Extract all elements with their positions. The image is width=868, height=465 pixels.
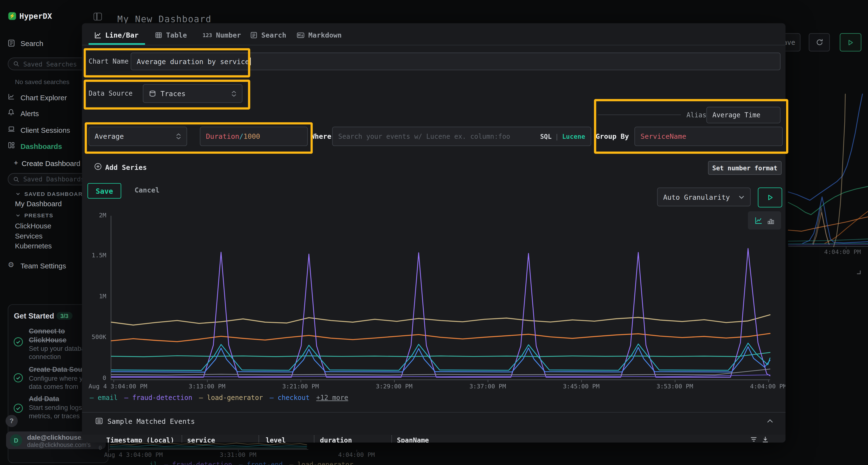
section-label: PRESETS (24, 212, 53, 219)
sidebar-item-kubernetes[interactable]: Kubernetes (15, 242, 52, 250)
sidebar-item-search[interactable]: Search (8, 39, 80, 48)
group-by-label: Group By (595, 127, 629, 146)
sample-events-title: Sample Matched Events (107, 417, 195, 425)
legend-item-fraud-detection[interactable]: — fraud-detection (124, 394, 192, 402)
aggregation-select[interactable]: Average (89, 127, 187, 146)
circle-plus-icon (94, 163, 102, 170)
expr-op: / (239, 132, 243, 140)
section-presets[interactable]: PRESETS (16, 212, 87, 219)
tab-number[interactable]: 123 Number (203, 31, 241, 39)
tab-markdown[interactable]: Markdown (297, 31, 342, 39)
create-dashboard-label: Create Dashboard (22, 159, 81, 167)
chart-name-label: Chart Name (89, 53, 128, 70)
resize-handle-icon[interactable] (857, 270, 861, 274)
underlying-right-tile-chart (788, 89, 868, 247)
events-table-header: Timestamp (Local) service level duration… (82, 435, 785, 442)
sidebar-item-client-sessions[interactable]: Client Sessions (8, 125, 80, 134)
legend-more-link[interactable]: +12 more (316, 394, 348, 402)
column-header-timestamp[interactable]: Timestamp (Local) (106, 436, 174, 442)
refresh-button[interactable] (809, 33, 830, 52)
alias-input[interactable]: Average Time (707, 107, 781, 123)
y-tick-label: 2M (82, 212, 106, 219)
tab-line-bar[interactable]: Line/Bar (94, 31, 138, 39)
markdown-icon (297, 32, 305, 39)
sidebar-item-clickhouse[interactable]: ClickHouse (15, 222, 51, 230)
chart-run-button[interactable] (758, 188, 782, 207)
expression-input[interactable]: Duration/1000 (200, 127, 308, 146)
download-icon[interactable] (762, 436, 769, 442)
duration-chart-plot[interactable] (111, 215, 770, 380)
sidebar-item-alerts[interactable]: Alerts (8, 108, 80, 117)
legend-item-checkout[interactable]: — checkout (270, 394, 310, 402)
mode-lucene[interactable]: Lucene (562, 133, 585, 140)
y-tick-label: 1M (82, 293, 106, 300)
x-tick-label: Aug 4 3:04:00 PM (89, 383, 147, 390)
chevron-down-icon (739, 195, 745, 199)
granularity-select[interactable]: Auto Granularity (657, 188, 751, 206)
sidebar-item-label: Chart Explorer (21, 94, 67, 102)
list-icon (95, 417, 103, 425)
set-number-format-button[interactable]: Set number format (708, 161, 781, 175)
chart-name-input[interactable]: Average duration by service (131, 53, 780, 70)
filter-icon[interactable] (750, 436, 757, 442)
sidebar-item-label: Dashboards (21, 142, 62, 150)
column-separator[interactable] (258, 435, 259, 442)
sidebar-item-label: Alerts (21, 110, 39, 118)
x-tick-label: 3:53:00 PM (647, 383, 703, 390)
sidebar-item-dashboards[interactable]: Dashboards (8, 141, 80, 150)
create-dashboard-button[interactable]: + Create Dashboard (14, 159, 86, 167)
column-separator[interactable] (182, 435, 182, 442)
help-button[interactable]: ? (5, 415, 18, 427)
column-separator[interactable] (314, 435, 314, 442)
add-series-button[interactable]: Add Series (94, 163, 161, 171)
gear-icon: ⚙ (8, 261, 14, 269)
group-by-input[interactable]: ServiceName (634, 127, 783, 146)
saved-searches-placeholder: Saved Searches (23, 60, 77, 68)
sidebar-toggle-icon[interactable] (94, 13, 102, 21)
avatar: D (10, 434, 22, 446)
y-tick-label: 1.5M (82, 252, 106, 259)
data-source-select[interactable]: Traces (143, 84, 242, 103)
step-title[interactable]: Connect to ClickHouse (29, 327, 87, 344)
x-tick-label: 3:21:00 PM (273, 383, 329, 390)
where-search-input[interactable]: Search your events w/ Lucene ex. column:… (332, 127, 591, 146)
search-icon (13, 176, 19, 182)
data-source-label: Data Source (89, 84, 132, 103)
play-icon (767, 194, 773, 201)
mode-divider: | (555, 133, 559, 140)
where-label: Where (311, 127, 331, 146)
help-icon: ? (10, 417, 14, 425)
sidebar-item-my-dashboard[interactable]: My Dashboard (15, 200, 62, 208)
chart-editor-modal: Line/Bar Table 123 Number Search (82, 23, 785, 442)
column-separator[interactable] (391, 435, 392, 442)
column-header-spanname[interactable]: SpanName (397, 436, 429, 442)
legend-item-email[interactable]: — email (90, 394, 118, 402)
section-saved-dashboards[interactable]: SAVED DASHBOARDS (16, 190, 87, 197)
saved-dashboards-placeholder: Saved Dashboards (23, 175, 84, 183)
save-button[interactable]: Save (88, 183, 121, 199)
underlying-xtick: Aug 4 3:04:00 PM (104, 452, 163, 459)
laptop-icon (8, 126, 15, 133)
column-header-level[interactable]: level (266, 436, 286, 442)
sidebar-item-services[interactable]: Services (15, 232, 42, 240)
mode-sql[interactable]: SQL (540, 133, 552, 140)
tab-table[interactable]: Table (155, 31, 187, 39)
where-placeholder: Search your events w/ Lucene ex. column:… (338, 133, 510, 140)
sidebar-item-chart-explorer[interactable]: Chart Explorer (8, 92, 80, 101)
sidebar-item-team-settings[interactable]: ⚙ Team Settings (8, 261, 85, 269)
x-tick-label: 3:45:00 PM (554, 383, 609, 390)
tab-search[interactable]: Search (250, 31, 286, 39)
collapse-chevron-up-icon[interactable] (767, 419, 774, 423)
column-header-service[interactable]: service (187, 436, 215, 442)
legend-item-load-generator[interactable]: — load-generator (199, 394, 263, 402)
x-tick-label: 3:37:00 PM (460, 383, 516, 390)
chevron-down-icon (16, 213, 21, 218)
dashboard-run-button[interactable] (840, 33, 862, 52)
underlying-right-chart-canvas (788, 89, 868, 246)
tab-label: Search (261, 31, 286, 39)
x-tick-label: 3:29:00 PM (367, 383, 422, 390)
check-circle-icon (13, 337, 23, 347)
cancel-button[interactable]: Cancel (134, 183, 160, 198)
column-header-duration[interactable]: duration (320, 436, 352, 442)
section-divider (82, 412, 785, 412)
